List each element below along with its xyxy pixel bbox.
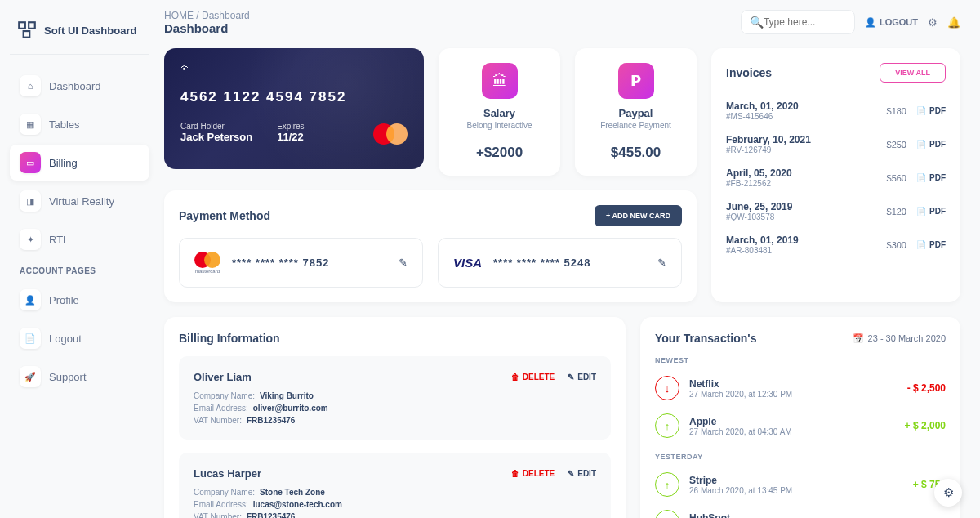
edit-button[interactable]: ✎EDIT xyxy=(568,469,596,478)
trash-icon: 🗑 xyxy=(511,469,519,478)
main: HOME / Dashboard Dashboard 🔍 👤 LOGOUT ⚙ … xyxy=(159,0,980,518)
pdf-link[interactable]: 📄PDF xyxy=(916,140,946,149)
edit-button[interactable]: ✎EDIT xyxy=(568,373,596,382)
pdf-icon: 📄 xyxy=(916,240,926,249)
invoice-row: April, 05, 2020#FB-212562$560📄PDF xyxy=(726,161,946,194)
svg-rect-2 xyxy=(24,31,30,38)
nav-profile[interactable]: 👤Profile xyxy=(10,282,149,318)
pdf-icon: 📄 xyxy=(916,140,926,149)
view-all-button[interactable]: VIEW ALL xyxy=(880,63,946,83)
billing-item: Oliver Liam🗑DELETE✎EDITCompany Name:Viki… xyxy=(179,356,611,440)
invoice-row: June, 25, 2019#QW-103578$120📄PDF xyxy=(726,194,946,228)
bell-icon[interactable]: 🔔 xyxy=(947,16,960,29)
payment-title: Payment Method xyxy=(179,209,270,222)
search-icon: 🔍 xyxy=(750,16,764,29)
credit-card: ᯤ 4562 1122 4594 7852 Card HolderJack Pe… xyxy=(164,48,424,169)
arrow-up-icon: ↑ xyxy=(655,413,679,438)
invoice-row: February, 10, 2021#RV-126749$250📄PDF xyxy=(726,127,946,161)
invoices-card: Invoices VIEW ALL March, 01, 2020#MS-415… xyxy=(711,48,960,302)
delete-button[interactable]: 🗑DELETE xyxy=(511,469,555,478)
svg-rect-1 xyxy=(29,22,35,29)
paypal-icon: 𝗣 xyxy=(618,63,654,99)
topbar: HOME / Dashboard Dashboard 🔍 👤 LOGOUT ⚙ … xyxy=(164,10,960,35)
calendar-icon: 📅 xyxy=(853,333,864,344)
pdf-icon: 📄 xyxy=(916,207,926,216)
tables-icon: ▦ xyxy=(20,114,41,135)
billing-item: Lucas Harper🗑DELETE✎EDITCompany Name:Sto… xyxy=(179,453,611,518)
nav-support[interactable]: 🚀Support xyxy=(10,359,149,395)
bank-icon: 🏛 xyxy=(482,63,518,99)
nav-tables[interactable]: ▦Tables xyxy=(10,106,149,142)
pdf-link[interactable]: 📄PDF xyxy=(916,106,946,115)
mastercard-icon xyxy=(373,123,408,145)
billing-title: Billing Information xyxy=(179,332,611,345)
nav-billing[interactable]: ▭Billing xyxy=(10,145,149,181)
search-input[interactable] xyxy=(764,16,846,28)
payment-method-visa: VISA **** **** **** 5248 ✎ xyxy=(438,238,682,288)
trash-icon: 🗑 xyxy=(511,373,519,382)
brand-icon xyxy=(16,20,38,41)
edit-icon[interactable]: ✎ xyxy=(657,257,666,269)
mastercard-icon xyxy=(194,252,220,268)
gear-icon: ⚙ xyxy=(943,485,954,500)
pdf-icon: 📄 xyxy=(916,173,926,182)
settings-fab[interactable]: ⚙ xyxy=(934,479,962,507)
trans-range: 📅23 - 30 March 2020 xyxy=(853,333,946,344)
nav-vr[interactable]: ◨Virtual Reality xyxy=(10,183,149,219)
invoice-row: March, 01, 2020#MS-415646$180📄PDF xyxy=(726,94,946,127)
svg-rect-0 xyxy=(19,22,25,29)
add-card-button[interactable]: + ADD NEW CARD xyxy=(595,205,682,226)
gear-icon[interactable]: ⚙ xyxy=(928,16,938,29)
payment-method-card: Payment Method + ADD NEW CARD mastercard… xyxy=(164,190,697,302)
pdf-link[interactable]: 📄PDF xyxy=(916,240,946,249)
vr-icon: ◨ xyxy=(20,190,41,212)
wifi-icon: ᯤ xyxy=(180,61,408,74)
trans-title: Your Transaction's xyxy=(655,332,756,345)
pdf-link[interactable]: 📄PDF xyxy=(916,173,946,182)
nav-section-label: ACCOUNT PAGES xyxy=(10,260,149,282)
search-box[interactable]: 🔍 xyxy=(741,10,855,34)
transaction-row: ↑Apple27 March 2020, at 04:30 AM+ $ 2,00… xyxy=(655,407,946,444)
breadcrumb: HOME / Dashboard xyxy=(164,10,250,21)
billing-icon: ▭ xyxy=(20,152,41,173)
invoices-title: Invoices xyxy=(726,66,772,79)
invoice-row: March, 01, 2019#AR-803481$300📄PDF xyxy=(726,228,946,261)
brand-name: Soft UI Dashboard xyxy=(44,25,136,37)
transaction-row: ↑Stripe26 March 2020, at 13:45 PM+ $ 750 xyxy=(655,466,946,503)
nav-rtl[interactable]: ✦RTL xyxy=(10,221,149,257)
logout-icon: 📄 xyxy=(20,328,41,349)
delete-button[interactable]: 🗑DELETE xyxy=(511,373,555,382)
pencil-icon: ✎ xyxy=(568,469,574,478)
support-icon: 🚀 xyxy=(20,366,41,387)
billing-info-card: Billing Information Oliver Liam🗑DELETE✎E… xyxy=(164,317,626,518)
sidebar: Soft UI Dashboard ⌂Dashboard ▦Tables ▭Bi… xyxy=(0,0,159,518)
pdf-icon: 📄 xyxy=(916,106,926,115)
logout-link[interactable]: 👤 LOGOUT xyxy=(865,17,918,28)
nav-logout[interactable]: 📄Logout xyxy=(10,320,149,356)
transaction-row: ↑HubSpot26 March 2020, at 12:30 PM+ $ 1, xyxy=(655,503,946,518)
pencil-icon: ✎ xyxy=(568,373,574,382)
brand: Soft UI Dashboard xyxy=(10,13,149,55)
arrow-up-icon: ↑ xyxy=(655,472,679,497)
transactions-card: Your Transaction's 📅23 - 30 March 2020 N… xyxy=(640,317,960,518)
arrow-up-icon: ↑ xyxy=(655,510,679,518)
card-holder: Jack Peterson xyxy=(180,131,252,143)
nav-dashboard[interactable]: ⌂Dashboard xyxy=(10,68,149,104)
card-number: 4562 1122 4594 7852 xyxy=(180,89,408,105)
payment-method-mastercard: mastercard **** **** **** 7852 ✎ xyxy=(179,238,423,288)
stat-paypal: 𝗣 Paypal Freelance Payment $455.00 xyxy=(575,48,697,176)
card-expiry: 11/22 xyxy=(277,131,304,143)
visa-icon: VISA xyxy=(453,256,482,270)
page-title: Dashboard xyxy=(164,21,250,35)
arrow-down-icon: ↓ xyxy=(655,376,679,400)
pdf-link[interactable]: 📄PDF xyxy=(916,207,946,216)
rtl-icon: ✦ xyxy=(20,229,41,250)
breadcrumb-home[interactable]: HOME xyxy=(164,10,194,21)
profile-icon: 👤 xyxy=(20,289,41,310)
transaction-row: ↓Netflix27 March 2020, at 12:30 PM- $ 2,… xyxy=(655,369,946,407)
stat-salary: 🏛 Salary Belong Interactive +$2000 xyxy=(439,48,560,176)
home-icon: ⌂ xyxy=(20,75,41,96)
edit-icon[interactable]: ✎ xyxy=(399,257,408,269)
